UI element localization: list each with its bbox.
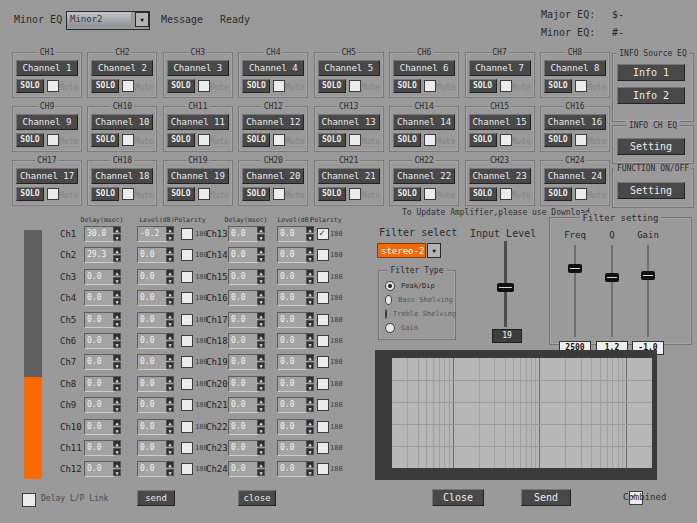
mute-checkbox[interactable] bbox=[424, 134, 436, 146]
delay-spinbox-value[interactable]: 0.0 bbox=[228, 461, 258, 477]
spin-down-icon[interactable]: ▼ bbox=[306, 427, 314, 434]
spin-up-icon[interactable]: ▲ bbox=[306, 440, 314, 447]
spin-up-icon[interactable]: ▲ bbox=[113, 247, 121, 254]
delay-spinbox-value[interactable]: 0.0 bbox=[228, 376, 258, 392]
filter-type-option[interactable]: Gain bbox=[385, 321, 453, 335]
spin-down-icon[interactable]: ▼ bbox=[257, 234, 265, 241]
spin-up-icon[interactable]: ▲ bbox=[166, 376, 174, 383]
polarity-checkbox[interactable] bbox=[317, 399, 329, 411]
spin-up-icon[interactable]: ▲ bbox=[166, 354, 174, 361]
channel-name-button[interactable]: Channel 14 bbox=[393, 114, 455, 130]
spin-down-icon[interactable]: ▼ bbox=[306, 298, 314, 305]
channel-name-button[interactable]: Channel 6 bbox=[393, 60, 455, 76]
spin-down-icon[interactable]: ▼ bbox=[257, 469, 265, 476]
solo-button[interactable]: SOLO bbox=[393, 133, 421, 147]
spin-down-icon[interactable]: ▼ bbox=[166, 234, 174, 241]
delay-spinbox-value[interactable]: 0.0 bbox=[84, 419, 114, 435]
polarity-checkbox[interactable] bbox=[317, 271, 329, 283]
solo-button[interactable]: SOLO bbox=[16, 133, 44, 147]
solo-button[interactable]: SOLO bbox=[91, 79, 119, 93]
channel-name-button[interactable]: Channel 15 bbox=[469, 114, 531, 130]
level-spinbox-value[interactable]: 0.0 bbox=[137, 461, 167, 477]
solo-button[interactable]: SOLO bbox=[393, 79, 421, 93]
spin-down-icon[interactable]: ▼ bbox=[166, 427, 174, 434]
delay-spinbox-value[interactable]: 0.0 bbox=[84, 269, 114, 285]
solo-button[interactable]: SOLO bbox=[91, 187, 119, 201]
solo-button[interactable]: SOLO bbox=[318, 79, 346, 93]
spin-down-icon[interactable]: ▼ bbox=[166, 362, 174, 369]
spin-up-icon[interactable]: ▲ bbox=[306, 333, 314, 340]
mute-checkbox[interactable] bbox=[500, 80, 512, 92]
level-spinbox-value[interactable]: 0.0 bbox=[277, 354, 307, 370]
level-spinbox-value[interactable]: 0.0 bbox=[277, 269, 307, 285]
polarity-checkbox[interactable] bbox=[181, 442, 193, 454]
mute-checkbox[interactable] bbox=[349, 134, 361, 146]
delay-spinbox-value[interactable]: 0.0 bbox=[228, 397, 258, 413]
delay-spinbox-value[interactable]: 0.0 bbox=[84, 397, 114, 413]
channel-name-button[interactable]: Channel 16 bbox=[544, 114, 606, 130]
polarity-checkbox[interactable] bbox=[181, 399, 193, 411]
spin-up-icon[interactable]: ▲ bbox=[257, 354, 265, 361]
filter-select-dropdown[interactable]: stereo-2 ▼ bbox=[377, 243, 441, 258]
polarity-checkbox[interactable] bbox=[317, 442, 329, 454]
mute-checkbox[interactable] bbox=[198, 188, 210, 200]
spin-down-icon[interactable]: ▼ bbox=[113, 320, 121, 327]
spin-down-icon[interactable]: ▼ bbox=[113, 298, 121, 305]
mute-checkbox[interactable] bbox=[122, 80, 134, 92]
level-spinbox-value[interactable]: 0.0 bbox=[137, 247, 167, 263]
send-lower-button[interactable]: send bbox=[137, 490, 175, 506]
spin-up-icon[interactable]: ▲ bbox=[113, 461, 121, 468]
delay-spinbox-value[interactable]: 30.0 bbox=[84, 226, 114, 242]
delay-spinbox-value[interactable]: 29.3 bbox=[84, 247, 114, 263]
solo-button[interactable]: SOLO bbox=[469, 187, 497, 201]
spin-down-icon[interactable]: ▼ bbox=[113, 427, 121, 434]
spin-up-icon[interactable]: ▲ bbox=[113, 376, 121, 383]
solo-button[interactable]: SOLO bbox=[393, 187, 421, 201]
delay-spinbox-value[interactable]: 0.0 bbox=[228, 419, 258, 435]
spin-up-icon[interactable]: ▲ bbox=[257, 440, 265, 447]
delay-spinbox-value[interactable]: 0.0 bbox=[84, 354, 114, 370]
spin-down-icon[interactable]: ▼ bbox=[257, 298, 265, 305]
spin-up-icon[interactable]: ▲ bbox=[306, 419, 314, 426]
solo-button[interactable]: SOLO bbox=[544, 133, 572, 147]
mute-checkbox[interactable] bbox=[500, 188, 512, 200]
spin-up-icon[interactable]: ▲ bbox=[257, 376, 265, 383]
spin-down-icon[interactable]: ▼ bbox=[166, 277, 174, 284]
level-spinbox-value[interactable]: 0.0 bbox=[277, 376, 307, 392]
mute-checkbox[interactable] bbox=[273, 80, 285, 92]
spin-up-icon[interactable]: ▲ bbox=[306, 354, 314, 361]
delay-spinbox-value[interactable]: 0.0 bbox=[228, 333, 258, 349]
mute-checkbox[interactable] bbox=[47, 80, 59, 92]
spin-down-icon[interactable]: ▼ bbox=[113, 384, 121, 391]
polarity-checkbox[interactable] bbox=[317, 249, 329, 261]
spin-up-icon[interactable]: ▲ bbox=[257, 333, 265, 340]
spin-up-icon[interactable]: ▲ bbox=[113, 290, 121, 297]
spin-down-icon[interactable]: ▼ bbox=[166, 384, 174, 391]
solo-button[interactable]: SOLO bbox=[16, 187, 44, 201]
solo-button[interactable]: SOLO bbox=[544, 187, 572, 201]
channel-name-button[interactable]: Channel 12 bbox=[242, 114, 304, 130]
radio-icon[interactable] bbox=[385, 309, 387, 319]
spin-down-icon[interactable]: ▼ bbox=[257, 341, 265, 348]
filter-slider-track[interactable] bbox=[611, 245, 613, 337]
polarity-checkbox[interactable] bbox=[181, 463, 193, 475]
delay-spinbox-value[interactable]: 0.0 bbox=[228, 247, 258, 263]
channel-name-button[interactable]: Channel 9 bbox=[16, 114, 78, 130]
delay-spinbox-value[interactable]: 0.0 bbox=[228, 354, 258, 370]
channel-name-button[interactable]: Channel 2 bbox=[91, 60, 153, 76]
level-spinbox-value[interactable]: 0.0 bbox=[137, 269, 167, 285]
level-spinbox-value[interactable]: 0.0 bbox=[277, 312, 307, 328]
spin-up-icon[interactable]: ▲ bbox=[306, 312, 314, 319]
delay-spinbox-value[interactable]: 0.0 bbox=[228, 440, 258, 456]
mute-checkbox[interactable] bbox=[575, 134, 587, 146]
spin-down-icon[interactable]: ▼ bbox=[257, 255, 265, 262]
channel-name-button[interactable]: Channel 4 bbox=[242, 60, 304, 76]
channel-name-button[interactable]: Channel 13 bbox=[318, 114, 380, 130]
level-spinbox-value[interactable]: 0.0 bbox=[137, 333, 167, 349]
close-main-button[interactable]: Close bbox=[432, 489, 484, 506]
delay-spinbox-value[interactable]: 0.0 bbox=[84, 290, 114, 306]
polarity-checkbox[interactable] bbox=[181, 228, 193, 240]
channel-name-button[interactable]: Channel 22 bbox=[393, 168, 455, 184]
spin-up-icon[interactable]: ▲ bbox=[166, 333, 174, 340]
spin-up-icon[interactable]: ▲ bbox=[113, 397, 121, 404]
